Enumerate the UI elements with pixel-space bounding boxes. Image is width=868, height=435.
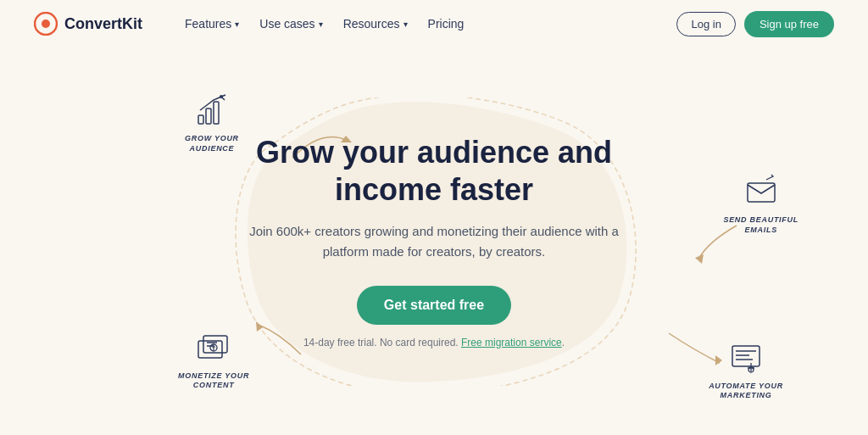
svg-rect-7 (206, 109, 211, 124)
nav-links: Features ▾ Use cases ▾ Resources ▾ Prici… (176, 12, 676, 36)
svg-point-1 (42, 20, 50, 28)
footnote-period: . (562, 337, 565, 349)
callout-automate-label: AUTOMATE YOUR MARKETING (709, 382, 783, 401)
nav-actions: Log in Sign up free (676, 11, 834, 37)
logo-text: ConvertKit (64, 15, 142, 33)
footnote-static: 14-day free trial. No card required. (303, 337, 459, 349)
chevron-down-icon: ▾ (235, 20, 239, 29)
hero-subtitle: Join 600k+ creators growing and monetizi… (248, 221, 620, 262)
svg-rect-10 (748, 183, 775, 202)
nav-use-cases[interactable]: Use cases ▾ (251, 12, 331, 36)
callout-grow-label: GROW YOUR AUDIENCE (185, 134, 239, 153)
get-started-button[interactable]: Get started free (357, 286, 511, 325)
logo[interactable]: ConvertKit (34, 12, 142, 36)
svg-rect-6 (198, 115, 203, 124)
callout-grow: GROW YOUR AUDIENCE (185, 92, 239, 153)
svg-rect-8 (214, 102, 219, 124)
grow-audience-icon (193, 92, 231, 129)
automate-icon (727, 339, 765, 376)
nav-resources[interactable]: Resources ▾ (335, 12, 416, 36)
callout-email-label: SEND BEAUTIFUL EMAILS (723, 215, 798, 235)
callout-automate: AUTOMATE YOUR MARKETING (709, 339, 783, 401)
svg-marker-3 (695, 254, 704, 264)
hero-footnote: 14-day free trial. No card required. Fre… (248, 337, 620, 349)
login-button[interactable]: Log in (676, 12, 735, 36)
nav-pricing[interactable]: Pricing (420, 12, 473, 36)
send-email-icon (743, 173, 780, 210)
callout-monetize: MONETIZE YOUR CONTENT (178, 329, 249, 391)
navbar: ConvertKit Features ▾ Use cases ▾ Resour… (0, 0, 868, 47)
chevron-down-icon: ▾ (403, 20, 408, 29)
hero-title: Grow your audience and income faster (248, 134, 620, 207)
monetize-icon (195, 329, 232, 366)
hero-section: GROW YOUR AUDIENCE SEND BEAUTIFUL EMAILS… (0, 47, 868, 435)
callout-monetize-label: MONETIZE YOUR CONTENT (178, 371, 249, 391)
chevron-down-icon: ▾ (319, 20, 323, 29)
svg-rect-14 (732, 346, 760, 366)
callout-email: SEND BEAUTIFUL EMAILS (723, 173, 798, 235)
signup-button[interactable]: Sign up free (744, 11, 834, 37)
nav-features[interactable]: Features ▾ (176, 12, 248, 36)
hero-content: Grow your audience and income faster Joi… (248, 134, 620, 348)
migration-link[interactable]: Free migration service (461, 337, 562, 349)
logo-icon (34, 12, 58, 36)
